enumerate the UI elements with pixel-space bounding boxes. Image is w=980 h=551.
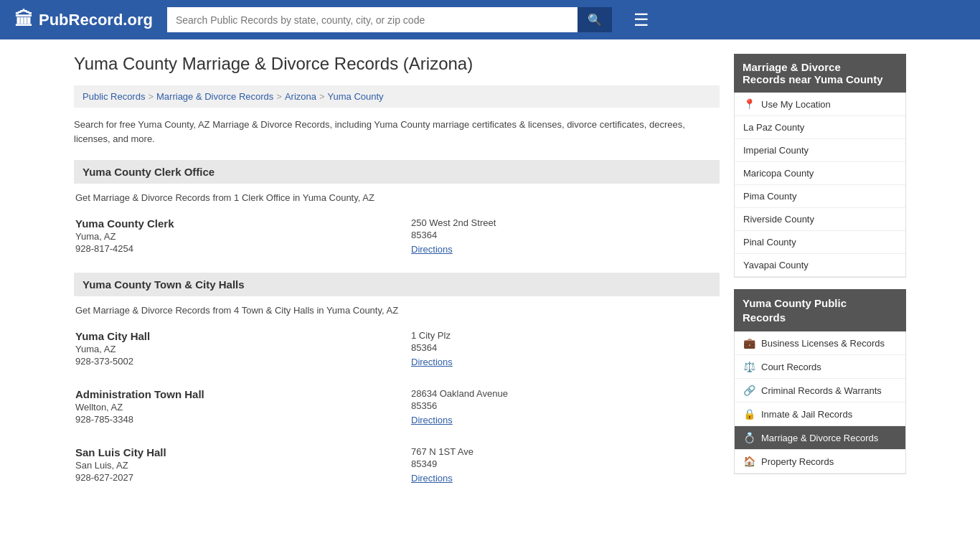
- page-title: Yuma County Marriage & Divorce Records (…: [74, 54, 720, 74]
- cityhalls-section-desc: Get Marriage & Divorce Records from 4 To…: [74, 305, 720, 316]
- rec-left: Yuma City Hall Yuma, AZ 928-373-5002: [75, 330, 382, 368]
- rec-phone: 928-785-3348: [75, 414, 382, 425]
- clerk-directions-link[interactable]: Directions: [411, 244, 453, 255]
- sidebar-item-label: Criminal Records & Warrants: [761, 385, 882, 396]
- lock-icon: 🔒: [743, 408, 755, 420]
- sidebar-item-marriage-divorce[interactable]: 💍 Marriage & Divorce Records: [735, 426, 905, 450]
- scales-icon: ⚖️: [743, 361, 755, 372]
- nearby-list: 📍 Use My Location La Paz County Imperial…: [734, 93, 906, 278]
- sidebar-item-label: Business Licenses & Records: [761, 338, 885, 349]
- search-icon: 🔍: [588, 14, 602, 26]
- nearby-county-pima[interactable]: Pima County: [735, 185, 905, 208]
- rec-zip: 85364: [411, 230, 718, 240]
- logo-text: PubRecord.org: [39, 11, 153, 29]
- record-entry: Yuma City Hall Yuma, AZ 928-373-5002 1 C…: [74, 327, 720, 371]
- clerk-section-desc: Get Marriage & Divorce Records from 1 Cl…: [74, 192, 720, 203]
- cityhalls-section-header: Yuma County Town & City Halls: [74, 273, 720, 296]
- logo-icon: 🏛: [14, 9, 33, 31]
- record-row: San Luis City Hall San Luis, AZ 928-627-…: [75, 446, 718, 484]
- nearby-county-label: Pima County: [743, 191, 796, 202]
- record-row: Yuma City Hall Yuma, AZ 928-373-5002 1 C…: [75, 330, 718, 368]
- rec-phone: 928-373-5002: [75, 356, 382, 367]
- search-button[interactable]: 🔍: [578, 7, 612, 32]
- san-luis-city-hall-directions-link[interactable]: Directions: [411, 473, 453, 484]
- rec-right: 767 N 1ST Ave 85349 Directions: [411, 446, 718, 484]
- nearby-county-label: Imperial County: [743, 145, 809, 156]
- rec-right: 250 West 2nd Street 85364 Directions: [411, 217, 718, 255]
- nearby-county-label: Maricopa County: [743, 168, 814, 179]
- house-icon: 🏠: [743, 456, 755, 467]
- rec-name: Yuma County Clerk: [75, 217, 382, 230]
- rec-address: 250 West 2nd Street: [411, 217, 718, 228]
- nearby-county-yavapai[interactable]: Yavapai County: [735, 254, 905, 277]
- use-my-location-item[interactable]: 📍 Use My Location: [735, 93, 905, 116]
- breadcrumb-marriage-divorce[interactable]: Marriage & Divorce Records: [156, 91, 273, 102]
- admin-town-hall-directions-link[interactable]: Directions: [411, 415, 453, 425]
- sidebar-item-label: Inmate & Jail Records: [761, 409, 852, 420]
- breadcrumb-yuma-county[interactable]: Yuma County: [328, 91, 384, 102]
- nearby-county-la-paz[interactable]: La Paz County: [735, 116, 905, 139]
- rec-address: 1 City Plz: [411, 330, 718, 341]
- ring-icon: 💍: [743, 432, 755, 443]
- breadcrumb-sep-3: >: [319, 91, 325, 102]
- rec-right: 1 City Plz 85364 Directions: [411, 330, 718, 368]
- rec-left: Yuma County Clerk Yuma, AZ 928-817-4254: [75, 217, 382, 255]
- nearby-county-imperial[interactable]: Imperial County: [735, 139, 905, 162]
- menu-button[interactable]: ☰: [633, 10, 649, 30]
- sidebar-item-business-licenses[interactable]: 💼 Business Licenses & Records: [735, 331, 905, 355]
- rec-city: Yuma, AZ: [75, 344, 382, 354]
- link-icon: 🔗: [743, 385, 755, 396]
- sidebar-item-criminal-records[interactable]: 🔗 Criminal Records & Warrants: [735, 379, 905, 402]
- rec-zip: 85349: [411, 458, 718, 469]
- sidebar-item-property-records[interactable]: 🏠 Property Records: [735, 450, 905, 474]
- rec-name: Administration Town Hall: [75, 388, 382, 400]
- use-my-location-label: Use My Location: [761, 99, 831, 110]
- rec-phone: 928-817-4254: [75, 243, 382, 254]
- public-records-list: 💼 Business Licenses & Records ⚖️ Court R…: [734, 331, 906, 474]
- rec-name: San Luis City Hall: [75, 446, 382, 458]
- rec-address: 28634 Oakland Avenue: [411, 388, 718, 399]
- page-description: Search for free Yuma County, AZ Marriage…: [74, 118, 720, 146]
- clerk-section-header: Yuma County Clerk Office: [74, 160, 720, 184]
- sidebar-item-label: Court Records: [761, 362, 821, 372]
- nearby-county-label: La Paz County: [743, 122, 804, 133]
- rec-left: Administration Town Hall Wellton, AZ 928…: [75, 388, 382, 426]
- breadcrumb-sep-1: >: [148, 91, 154, 102]
- public-records-title: Yuma County PublicRecords: [734, 289, 906, 331]
- nearby-county-maricopa[interactable]: Maricopa County: [735, 162, 905, 185]
- page-content: Yuma County Marriage & Divorce Records (…: [60, 39, 920, 530]
- briefcase-icon: 💼: [743, 337, 755, 349]
- sidebar-item-court-records[interactable]: ⚖️ Court Records: [735, 355, 905, 379]
- nearby-county-riverside[interactable]: Riverside County: [735, 208, 905, 231]
- rec-right: 28634 Oakland Avenue 85356 Directions: [411, 388, 718, 426]
- breadcrumb-arizona[interactable]: Arizona: [285, 91, 316, 102]
- sidebar-item-label: Property Records: [761, 456, 834, 467]
- record-entry: Administration Town Hall Wellton, AZ 928…: [74, 385, 720, 429]
- sidebar-item-inmate-records[interactable]: 🔒 Inmate & Jail Records: [735, 402, 905, 426]
- rec-left: San Luis City Hall San Luis, AZ 928-627-…: [75, 446, 382, 484]
- yuma-city-hall-directions-link[interactable]: Directions: [411, 357, 453, 367]
- breadcrumb-sep-2: >: [276, 91, 282, 102]
- nearby-county-label: Riverside County: [743, 214, 814, 225]
- rec-phone: 928-627-2027: [75, 472, 382, 483]
- record-entry: Yuma County Clerk Yuma, AZ 928-817-4254 …: [74, 215, 720, 258]
- rec-address: 767 N 1ST Ave: [411, 446, 718, 457]
- site-logo[interactable]: 🏛 PubRecord.org: [14, 9, 153, 31]
- main-content: Yuma County Marriage & Divorce Records (…: [74, 54, 720, 501]
- breadcrumb: Public Records > Marriage & Divorce Reco…: [74, 85, 720, 108]
- record-row: Yuma County Clerk Yuma, AZ 928-817-4254 …: [75, 217, 718, 255]
- rec-city: Yuma, AZ: [75, 231, 382, 242]
- search-input[interactable]: [167, 7, 578, 32]
- search-bar: 🔍: [167, 7, 612, 32]
- rec-name: Yuma City Hall: [75, 330, 382, 342]
- rec-zip: 85356: [411, 400, 718, 411]
- nearby-title: Marriage & DivorceRecords near Yuma Coun…: [734, 54, 906, 93]
- nearby-county-pinal[interactable]: Pinal County: [735, 231, 905, 254]
- record-row: Administration Town Hall Wellton, AZ 928…: [75, 388, 718, 426]
- nearby-county-label: Yavapai County: [743, 260, 809, 270]
- sidebar-item-label: Marriage & Divorce Records: [761, 433, 878, 443]
- breadcrumb-public-records[interactable]: Public Records: [83, 91, 145, 102]
- rec-zip: 85364: [411, 342, 718, 353]
- record-entry: San Luis City Hall San Luis, AZ 928-627-…: [74, 443, 720, 487]
- nearby-county-label: Pinal County: [743, 237, 796, 248]
